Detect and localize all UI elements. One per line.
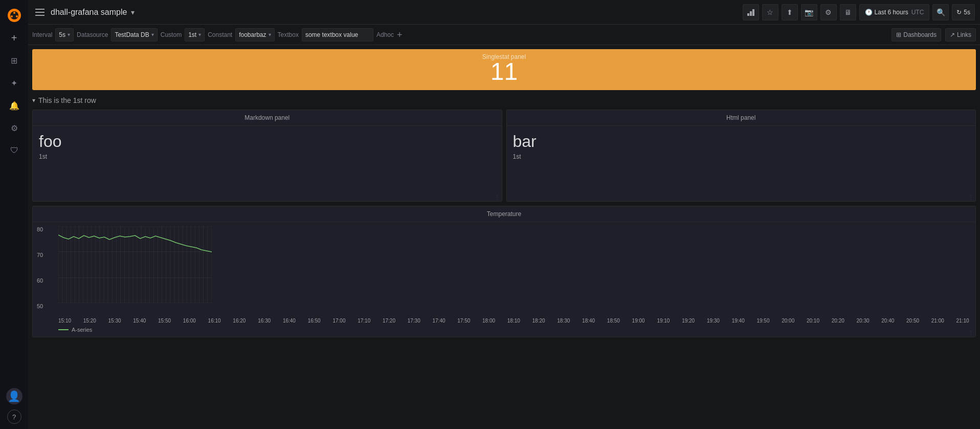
hamburger-menu[interactable] [33,7,47,18]
topnav-right: ☆ ⬆ 📷 ⚙ 🖥 🕐 Last 6 hours UTC 🔍 ↻ 5s [743,4,975,20]
markdown-panel-resize-handle[interactable]: ⋮ [495,195,500,200]
star-icon[interactable]: ☆ [762,4,778,20]
refresh-icon: ↻ [956,9,962,16]
chart-legend: A-series [33,325,975,337]
svg-point-3 [16,15,18,17]
topnav-left: dhall-grafana sample ▾ [33,7,135,18]
custom-select[interactable]: 1st ▾ [185,28,205,41]
snapshot-icon[interactable]: 📷 [801,4,817,20]
row-1-header[interactable]: ▾ This is the 1st row [32,94,976,106]
toolbar-right: ⊞ Dashboards ↗ Links [892,28,976,41]
custom-label: Custom [161,31,182,38]
custom-dropdown-arrow: ▾ [198,32,201,37]
sidebar-item-user[interactable]: 👤 [6,388,23,404]
markdown-big-text: foo [39,132,496,151]
temperature-chart-panel: Temperature 80 70 60 50 [32,206,976,337]
time-range-label: Last 6 hours [875,9,908,16]
html-panel-body: bar 1st [507,126,976,166]
singlestat-title: Singlestat panel [32,53,976,60]
row-collapse-icon: ▾ [32,97,35,104]
y-axis: 80 70 60 50 [37,226,43,309]
x-axis: 15:10 15:20 15:30 15:40 15:50 16:00 16:1… [58,318,969,324]
markdown-panel-body: foo 1st [33,126,502,166]
interval-dropdown-arrow: ▾ [68,32,70,37]
top-navbar: dhall-grafana sample ▾ ☆ ⬆ 📷 ⚙ 🖥 🕐 Last … [28,0,980,25]
grafana-logo[interactable] [4,5,25,26]
main-content: dhall-grafana sample ▾ ☆ ⬆ 📷 ⚙ 🖥 🕐 Last … [28,0,980,429]
chart-title: Temperature [33,206,975,222]
tv-mode-icon[interactable]: 🖥 [840,4,856,20]
toolbar-left: Interval 5s ▾ Datasource TestData DB ▾ C… [32,28,402,41]
dropdown-arrow-icon[interactable]: ▾ [131,8,135,16]
sidebar-item-shield[interactable]: 🛡 [4,140,25,161]
panels-row-1: Markdown panel foo 1st ⋮ Html panel bar … [32,110,976,202]
datasource-select[interactable]: TestData DB ▾ [111,28,157,41]
share-icon[interactable]: ⬆ [782,4,798,20]
sidebar-item-settings[interactable]: ⚙ [4,118,25,138]
textbox-input[interactable] [302,28,373,41]
chart-panel-resize-handle[interactable]: ⋮ [968,330,973,336]
adhoc-add-button[interactable]: + [397,30,403,39]
adhoc-label: Adhoc [376,31,394,38]
chart-area: 80 70 60 50 [33,222,975,325]
svg-rect-5 [747,13,749,16]
svg-rect-7 [752,9,754,16]
dashboards-link-button[interactable]: ⊞ Dashboards [892,28,941,41]
datasource-label: Datasource [77,31,108,38]
markdown-panel: Markdown panel foo 1st ⋮ [32,110,502,202]
sidebar-item-alerting[interactable]: 🔔 [4,95,25,116]
markdown-sub-text: 1st [39,153,496,160]
refresh-interval-label: 5s [964,9,970,16]
time-range-button[interactable]: 🕐 Last 6 hours UTC [859,4,930,20]
singlestat-value: 11 [491,59,518,84]
chart-settings-icon[interactable] [743,4,759,20]
external-link-icon: ↗ [950,31,955,38]
html-panel-title: Html panel [507,110,976,126]
refresh-button[interactable]: ↻ 5s [952,4,975,20]
sidebar-item-explore[interactable]: ✦ [4,73,25,93]
row-title: This is the 1st row [38,96,96,104]
temperature-chart-svg [58,226,212,303]
svg-rect-6 [750,11,752,16]
markdown-panel-title: Markdown panel [33,110,502,126]
constant-dropdown-arrow: ▾ [269,32,271,37]
interval-label: Interval [32,31,52,38]
sidebar: + ⊞ ✦ 🔔 ⚙ 🛡 👤 ? [0,0,28,429]
html-big-text: bar [513,132,970,151]
dashboards-icon: ⊞ [896,31,901,38]
dashboard-title: dhall-grafana sample [51,8,127,17]
sidebar-item-help[interactable]: ? [7,410,21,424]
html-panel: Html panel bar 1st ⋮ [506,110,976,202]
sidebar-item-dashboards[interactable]: ⊞ [4,50,25,71]
constant-select[interactable]: foobarbaz ▾ [235,28,274,41]
interval-select[interactable]: 5s ▾ [55,28,74,41]
variables-toolbar: Interval 5s ▾ Datasource TestData DB ▾ C… [28,25,980,45]
dashboard-settings-icon[interactable]: ⚙ [820,4,837,20]
html-panel-resize-handle[interactable]: ⋮ [968,195,973,200]
legend-line-icon [58,329,69,330]
svg-point-2 [13,12,15,14]
datasource-dropdown-arrow: ▾ [151,32,154,37]
legend-series-label: A-series [72,327,92,333]
search-icon[interactable]: 🔍 [932,4,949,20]
timezone-label: UTC [911,9,924,16]
html-sub-text: 1st [513,153,970,160]
sidebar-item-add[interactable]: + [4,28,25,48]
singlestat-panel: Singlestat panel 11 [32,49,976,90]
dashboard-content: Singlestat panel 11 ▾ This is the 1st ro… [28,45,980,429]
constant-label: Constant [208,31,232,38]
svg-point-4 [11,15,13,17]
textbox-label: Textbox [278,31,299,38]
links-link-button[interactable]: ↗ Links [945,28,976,41]
